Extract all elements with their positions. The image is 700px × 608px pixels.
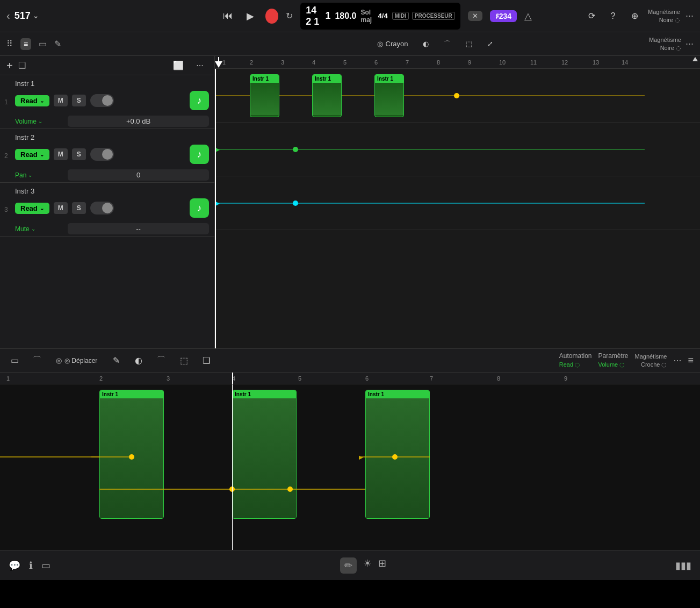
track-lane-1: Instr 1 Instr 1 Instr 1 [215,69,700,123]
bottom-more-button[interactable]: ··· [673,355,681,366]
bars-icon[interactable]: ▮▮▮ [675,560,691,571]
solo-button-1[interactable]: S [72,95,86,106]
record-button[interactable] [265,9,278,24]
read-button-1[interactable]: Read ⌄ [15,95,49,106]
bottom-rect-icon[interactable]: ▭ [6,353,23,369]
track-main-2: Instr 2 Read ⌄ M S ♪ [0,129,214,167]
instrument-button-3[interactable]: ♪ [190,198,209,218]
brush-tool-button[interactable]: ◐ [418,38,433,49]
grid-view-icon[interactable]: ⠿ [6,39,13,49]
instrument-icon-2: ♪ [197,149,202,160]
tuner-icon[interactable]: △ [524,10,532,22]
export-track-button[interactable]: ⬜ [170,58,186,74]
bottom-ruler-1: 1 [6,375,10,382]
brightness-icon[interactable]: ☀ [363,557,372,574]
read-button-2[interactable]: Read ⌄ [15,149,49,160]
track-more-button[interactable]: ··· [192,58,208,74]
flex-icon: ⤢ [487,40,493,48]
param-label-3: Mute ⌄ [15,225,63,233]
track-sub-row-2: Pan ⌄ 0 [0,167,214,184]
marquee-tool-button[interactable]: ⬚ [461,38,477,49]
bottom-brush-icon[interactable]: ◐ [131,353,147,369]
ruler-mark-14: 14 [622,59,628,66]
solo-button-2[interactable]: S [72,148,86,160]
param-label-bottom: Paramètre Volume ◌ [598,352,629,369]
mixer-icon[interactable]: ⊞ [378,557,386,574]
param-value-1: +0.0 dB [68,116,209,127]
more-button[interactable]: ··· [685,10,694,22]
flex-tool-button[interactable]: ⤢ [483,38,497,49]
chat-icon[interactable]: 💬 [9,560,20,571]
history-button[interactable]: ⟳ [583,8,600,24]
add-track-button[interactable]: + [6,60,13,71]
duplicate-track-button[interactable]: ❑ [18,60,26,70]
pointer-icon: ◎ [377,40,383,48]
bottom-auto-dot-2b [287,487,293,492]
move-tool-button[interactable]: ◎ ◎ Déplacer [52,355,102,366]
play-button[interactable]: ▶ [243,8,258,25]
list-view-icon[interactable]: ≡ [20,38,31,50]
ruler-mark-11: 11 [530,59,537,66]
info-icon[interactable]: ℹ [29,560,33,571]
track-main-3: Instr 3 Read ⌄ M S ♪ [0,183,214,221]
toggle-2[interactable] [90,148,114,161]
bottom-midi-block-2[interactable]: Instr 1 [232,390,297,519]
magnetism-right-label: Magnétisme Noire ◌ [649,36,681,52]
midi-block-1-2[interactable]: Instr 1 [312,74,342,117]
read-chevron-2: ⌄ [40,152,44,158]
footer-center-icons: ✏ ☀ ⊞ [340,557,386,574]
bottom-ruler-2: 2 [99,375,103,382]
track-name-3: Instr 3 [15,187,209,195]
mute-button-3[interactable]: M [54,202,68,214]
ruler-mark-7: 7 [406,59,409,66]
close-badge[interactable]: ✕ [468,11,482,21]
ruler-mark-13: 13 [593,59,599,66]
mute-button-2[interactable]: M [54,148,68,160]
rect-view-icon[interactable]: ▭ [39,39,47,49]
view-tools: ⠿ ≡ ▭ ✎ [6,38,221,50]
pointer-tool-button[interactable]: ◎ Crayon [373,38,413,49]
bottom-midi-block-3[interactable]: Instr 1 [365,390,430,519]
footer-left-icons: 💬 ℹ ▭ [9,560,50,571]
midi-badge: MIDI [392,12,409,20]
bottom-ruler-9: 9 [564,375,567,382]
midi-block-1-3[interactable]: Instr 1 [374,74,404,117]
back-button[interactable]: ‹ [6,10,10,22]
pen-view-icon[interactable]: ✎ [54,39,61,49]
instrument-button-1[interactable]: ♪ [190,91,209,110]
bottom-marquee-icon[interactable]: ⬚ [176,353,192,369]
ruler-mark-2: 2 [250,59,253,66]
panel-icon[interactable]: ▭ [41,560,50,571]
toolbar-more-button[interactable]: ··· [685,38,694,49]
solo-button-3[interactable]: S [72,202,86,214]
share-button[interactable]: ⊕ [626,8,643,24]
bottom-curve-tool[interactable]: ⌒ [153,353,169,369]
key-badge[interactable]: ♯234 [490,10,517,22]
timeline-area[interactable]: 1 2 3 4 5 6 7 8 9 10 11 12 13 14 [215,56,700,348]
toggle-1[interactable] [90,94,114,107]
bottom-copy-icon[interactable]: ❑ [198,353,214,369]
ruler-mark-5: 5 [343,59,347,66]
bottom-toolbar: ▭ ⌒ ◎ ◎ Déplacer ✎ ◐ ⌒ ⬚ ❑ Automation Re… [0,349,700,373]
rewind-button[interactable]: ⏮ [220,8,235,25]
curve-tool-button[interactable]: ⌒ [439,38,455,51]
bottom-curve-icon[interactable]: ⌒ [29,353,45,369]
controls-right-icons: ⬜ ··· [170,58,208,74]
mute-button-1[interactable]: M [54,95,68,106]
midi-block-1-1[interactable]: Instr 1 [250,74,279,117]
cycle-button[interactable]: ↻ [286,11,293,21]
toggle-3[interactable] [90,202,114,214]
automation-svg-3 [215,176,700,230]
ruler-mark-6: 6 [374,59,378,66]
project-name[interactable]: 517 ⌄ [15,10,39,22]
timeline-ruler: 1 2 3 4 5 6 7 8 9 10 11 12 13 14 [215,56,700,69]
read-button-3[interactable]: Read ⌄ [15,203,49,214]
instrument-button-2[interactable]: ♪ [190,145,209,164]
bottom-ruler-5: 5 [298,375,301,382]
pencil-active-button[interactable]: ✏ [340,557,357,574]
bottom-lines-icon[interactable]: ≡ [688,355,694,366]
midi-block-content-1-3 [375,83,403,115]
midi-block-label-1-2: Instr 1 [313,75,341,83]
bottom-pencil-icon[interactable]: ✎ [108,353,124,369]
help-button[interactable]: ? [605,8,621,24]
